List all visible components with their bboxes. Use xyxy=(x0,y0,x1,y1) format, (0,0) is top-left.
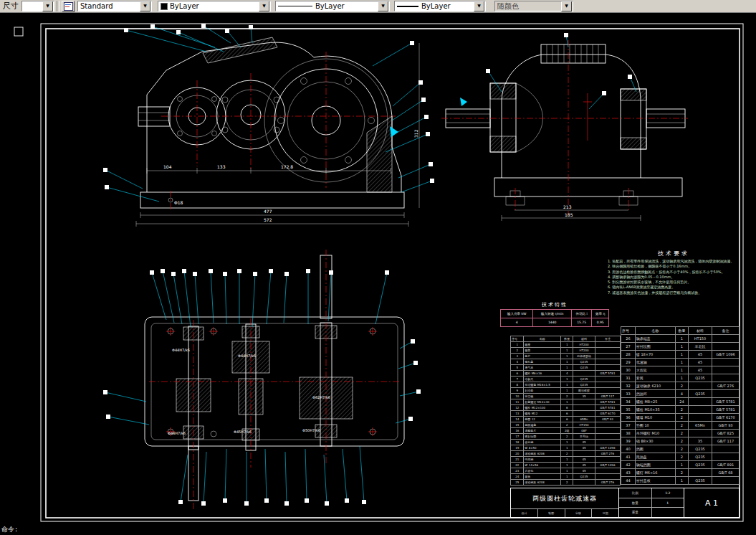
scale-value: 1:2 xyxy=(652,488,684,498)
dim-text: 213 xyxy=(563,204,572,209)
tech-char-title: 技术特性 xyxy=(500,301,609,308)
bom-row: 26轴承端盖1HT150 xyxy=(621,335,740,343)
sheet-size: A 1 xyxy=(684,488,739,517)
tech-req-item: 1. 装配前，所有零件用煤油清洗，滚动轴承用汽油清洗，箱体内壁涂耐油油漆。 xyxy=(608,259,740,264)
bom-row: 28键 18×70145GB/T 1096 xyxy=(621,351,740,359)
title-block-role: 制图 xyxy=(538,509,565,517)
bom-row: 21中间轴145 xyxy=(511,457,621,463)
title-block: 两级圆柱齿轮减速器 设计制图审核日期 比例1:2 数量1 重量 A 1 xyxy=(510,488,740,518)
bom-row: 17密封毡圈2羊毛毡 xyxy=(511,434,621,440)
tech-req-item: 5. 剖分面涂密封胶或水玻璃，不允许使用任何垫片。 xyxy=(608,280,740,285)
qty-value: 1 xyxy=(652,498,684,508)
side-view: 213 185 xyxy=(441,40,688,221)
weight-value xyxy=(652,508,684,517)
bom-row: 44密封盖板1Q235 xyxy=(621,477,740,485)
bom-row: 25滚动轴承 62082GB/T 276 xyxy=(511,480,621,486)
drawing-title: 两级圆柱齿轮减速器 xyxy=(511,488,618,508)
fit-text: Φ44H7/k6 xyxy=(172,348,190,352)
bom-row: 41甩油盘2Q235 xyxy=(621,453,740,461)
dim-text: 185 xyxy=(565,212,573,217)
bom-row: 30大齿轮145 xyxy=(621,366,740,374)
bom-row: 27密封毡圈1羊毛毡 xyxy=(621,343,740,351)
bom-row: 42轴端挡圈1Q235GB/T 891 xyxy=(621,461,740,469)
bom-row: 35螺栓 M10×352GB/T 5781 xyxy=(621,406,740,414)
bom-row: 34螺栓 M8×2524GB/T 5781 xyxy=(621,398,740,406)
bom-row: 14垫圈 12665MnGB/T 93 xyxy=(511,417,621,422)
dim-text: 572 xyxy=(264,217,272,222)
bom-row: 9封油垫1耐油橡胶 xyxy=(511,388,621,394)
title-block-role: 日期 xyxy=(592,509,618,517)
bom-row: 23大齿轮145 xyxy=(511,468,621,474)
bom-row: 10定位销235GB/T 117 xyxy=(511,394,621,399)
bom-row: 20滚动轴承 62062GB/T 276 xyxy=(511,451,621,457)
bom-row: 5通气器1Q235 xyxy=(511,365,621,371)
dim-text: 477 xyxy=(264,209,272,214)
bom-row: 36螺母 M102GB/T 6170 xyxy=(621,414,740,422)
parts-list-right: 序号名称数量材料备注 26轴承端盖1HT15027密封毡圈1羊毛毡28键 18×… xyxy=(621,326,740,485)
tech-req-item: 3. 用涂色法检验齿面接触斑点：按齿高不小于40%，按齿长不小于50%。 xyxy=(608,270,740,275)
bom-row: 16调整垫片2组08F xyxy=(511,428,621,434)
bom-row: 3垫片1石棉橡胶纸 xyxy=(511,354,621,359)
technical-requirements: 技术要求 1. 装配前，所有零件用煤油清洗，滚动轴承用汽油清洗，箱体内壁涂耐油油… xyxy=(608,250,740,295)
tech-char-table: 输入功率 kW输入转速 r/min传动比 i效率 η 4144015.750.9… xyxy=(500,309,609,327)
title-block-role: 设计 xyxy=(511,509,538,517)
bom-row: 40挡圈2Q235 xyxy=(621,445,740,453)
bom-row: 29低速轴145 xyxy=(621,359,740,366)
bom-row: 38吊环螺钉 M102GB/T 825 xyxy=(621,430,740,437)
bom-row: 2箱盖1HT200 xyxy=(511,348,621,354)
bom-row: 18齿轮轴145 xyxy=(511,440,621,445)
title-block-role: 审核 xyxy=(565,509,593,517)
tech-req-title: 技术要求 xyxy=(608,250,740,257)
bom-row: 12螺栓 M12×1006GB/T 5781 xyxy=(511,405,621,411)
bom-row: 24套筒1Q235 xyxy=(511,474,621,480)
dim-text: 172.8 xyxy=(281,164,293,169)
front-view: 104 133 172.8 477 572 Φ18 312 xyxy=(136,37,419,227)
fit-text: Φ62H7/k6 xyxy=(312,395,330,399)
tech-req-item: 4. 调整轴承轴向游隙为0.05～0.10mm。 xyxy=(608,275,740,280)
bom-row: 15轴承端盖2HT150 xyxy=(511,422,621,428)
fit-text: Φ45H7/k6 xyxy=(234,430,252,434)
section-arrow-icon xyxy=(460,98,467,106)
technical-characteristics: 技术特性 输入功率 kW输入转速 r/min传动比 i效率 η 4144015.… xyxy=(500,301,609,327)
fit-text: Φ50H7/k6 xyxy=(302,428,320,432)
bom-row: 19键 8×50145GB/T 1096 xyxy=(511,445,621,451)
bom-row: 1箱座1HT200 xyxy=(511,342,621,348)
bom-row: 31套筒1Q235 xyxy=(621,374,740,382)
bom-row: 11起盖螺钉 M10×301GB/T 5781 xyxy=(511,399,621,405)
tech-req-item: 7. 减速器表面涂灰色油漆，并按规程进行空载与负载试验。 xyxy=(608,290,740,295)
bom-row: 6螺栓 M6×164GB/T 5781 xyxy=(511,371,621,377)
fit-text: Φ44H7/k6 xyxy=(168,431,186,435)
parts-list-left: 序号名称数量材料备注 1箱座1HT2002箱盖1HT2003垫片1石棉橡胶纸4视… xyxy=(510,336,621,486)
bom-row: 32滚动轴承 62102GB/T 276 xyxy=(621,382,740,390)
dim-text: 312 xyxy=(413,129,418,138)
bom-row: 22键 14×56145GB/T 1096 xyxy=(511,463,621,468)
ucs-icon xyxy=(14,27,23,36)
dim-text: Φ18 xyxy=(174,200,183,205)
plan-view: Φ44H7/k6 Φ44H7/k6 Φ62H7/k6 Φ44H7/k6 Φ45H… xyxy=(145,250,404,511)
bom-row: 33挡油环4Q235 xyxy=(621,390,740,398)
dim-text: 104 xyxy=(163,164,172,169)
bom-row: 37垫圈 10265MnGB/T 93 xyxy=(621,422,740,430)
bom-row: 39销 B8×30235GB/T 117 xyxy=(621,437,740,445)
command-line[interactable]: 命令: xyxy=(1,525,18,534)
bom-row: 8放油螺塞 M16×1.51Q235 xyxy=(511,382,621,388)
tech-req-item: 6. 箱内装L-AN68润滑油至规定油面高度。 xyxy=(608,285,740,290)
bom-row: 13螺母 M126GB/T 6170 xyxy=(511,411,621,417)
bom-row: 4视孔盖1Q235 xyxy=(511,359,621,365)
fit-text: Φ44H7/k6 xyxy=(238,354,256,358)
tech-req-item: 2. 啮合侧隙用铅丝检验，侧隙值不得小于0.16mm。 xyxy=(608,264,740,269)
dim-text: 133 xyxy=(217,164,226,169)
bom-row: 43螺钉 M6×162GB/T 68 xyxy=(621,469,740,477)
bom-row: 7油标尺1Q235 xyxy=(511,377,621,382)
